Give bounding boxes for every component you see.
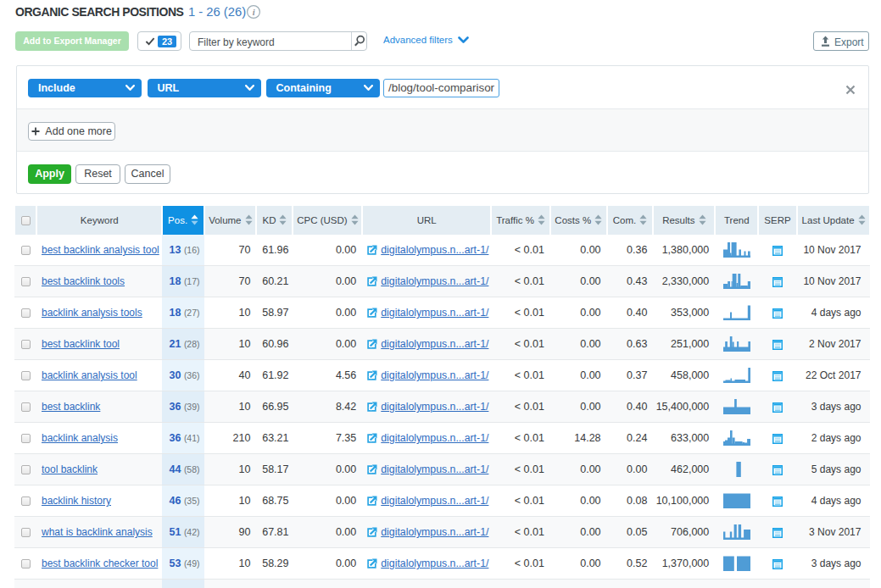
svg-text:i: i <box>253 8 255 17</box>
